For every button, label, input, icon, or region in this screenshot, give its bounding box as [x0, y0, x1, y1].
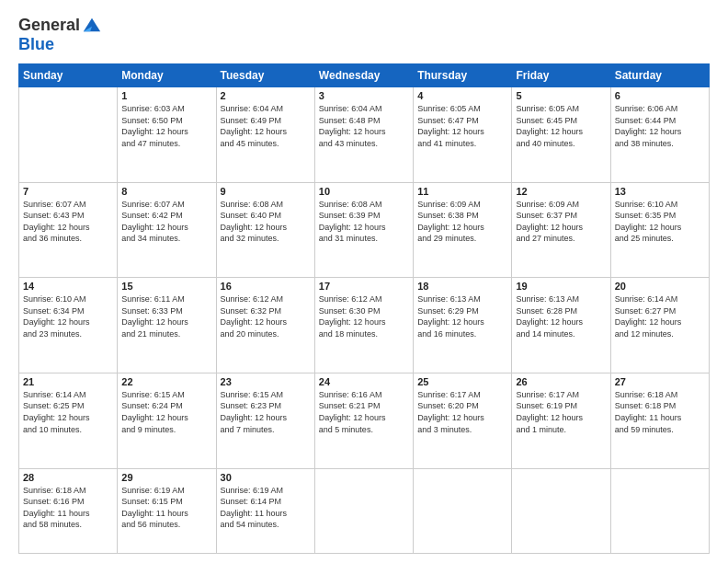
calendar-cell: 7Sunrise: 6:07 AM Sunset: 6:43 PM Daylig… — [19, 182, 118, 278]
calendar-cell: 19Sunrise: 6:13 AM Sunset: 6:28 PM Dayli… — [512, 278, 610, 373]
calendar-cell: 22Sunrise: 6:15 AM Sunset: 6:24 PM Dayli… — [118, 373, 216, 468]
day-number: 9 — [221, 186, 311, 197]
calendar-cell: 17Sunrise: 6:12 AM Sunset: 6:30 PM Dayli… — [314, 278, 413, 373]
day-number: 12 — [516, 186, 606, 197]
logo-general-text: General — [18, 16, 80, 35]
day-info: Sunrise: 6:17 AM Sunset: 6:20 PM Dayligh… — [417, 389, 507, 435]
calendar-cell: 12Sunrise: 6:09 AM Sunset: 6:37 PM Dayli… — [512, 182, 610, 278]
calendar-cell: 2Sunrise: 6:04 AM Sunset: 6:49 PM Daylig… — [216, 87, 314, 183]
day-info: Sunrise: 6:04 AM Sunset: 6:48 PM Dayligh… — [319, 103, 409, 149]
header: General Blue — [18, 15, 710, 54]
calendar-cell: 8Sunrise: 6:07 AM Sunset: 6:42 PM Daylig… — [118, 182, 216, 278]
logo-blue-text: Blue — [18, 35, 54, 53]
day-number: 11 — [417, 186, 507, 197]
day-info: Sunrise: 6:12 AM Sunset: 6:30 PM Dayligh… — [319, 293, 409, 339]
day-info: Sunrise: 6:07 AM Sunset: 6:42 PM Dayligh… — [121, 199, 211, 245]
day-number: 6 — [615, 90, 705, 101]
day-info: Sunrise: 6:05 AM Sunset: 6:45 PM Dayligh… — [516, 103, 606, 149]
day-info: Sunrise: 6:18 AM Sunset: 6:16 PM Dayligh… — [23, 485, 113, 531]
calendar-cell — [512, 468, 610, 554]
day-number: 23 — [221, 376, 311, 387]
calendar-cell: 18Sunrise: 6:13 AM Sunset: 6:29 PM Dayli… — [414, 278, 512, 373]
day-number: 24 — [319, 376, 409, 387]
calendar-header-friday: Friday — [512, 64, 610, 87]
day-number: 18 — [417, 281, 507, 292]
calendar-cell: 23Sunrise: 6:15 AM Sunset: 6:23 PM Dayli… — [216, 373, 314, 468]
day-info: Sunrise: 6:09 AM Sunset: 6:37 PM Dayligh… — [516, 199, 606, 245]
calendar-cell — [314, 468, 413, 554]
calendar-cell: 4Sunrise: 6:05 AM Sunset: 6:47 PM Daylig… — [414, 87, 512, 183]
calendar-cell: 10Sunrise: 6:08 AM Sunset: 6:39 PM Dayli… — [314, 182, 413, 278]
calendar-cell: 14Sunrise: 6:10 AM Sunset: 6:34 PM Dayli… — [19, 278, 118, 373]
day-info: Sunrise: 6:08 AM Sunset: 6:39 PM Dayligh… — [319, 199, 409, 245]
calendar-cell: 1Sunrise: 6:03 AM Sunset: 6:50 PM Daylig… — [118, 87, 216, 183]
calendar-cell: 27Sunrise: 6:18 AM Sunset: 6:18 PM Dayli… — [610, 373, 709, 468]
calendar-cell: 13Sunrise: 6:10 AM Sunset: 6:35 PM Dayli… — [610, 182, 709, 278]
calendar-week-4: 21Sunrise: 6:14 AM Sunset: 6:25 PM Dayli… — [19, 373, 710, 468]
day-info: Sunrise: 6:17 AM Sunset: 6:19 PM Dayligh… — [516, 389, 606, 435]
calendar-cell: 5Sunrise: 6:05 AM Sunset: 6:45 PM Daylig… — [512, 87, 610, 183]
day-info: Sunrise: 6:19 AM Sunset: 6:15 PM Dayligh… — [121, 485, 211, 531]
day-number: 19 — [516, 281, 606, 292]
calendar-cell: 6Sunrise: 6:06 AM Sunset: 6:44 PM Daylig… — [610, 87, 709, 183]
day-info: Sunrise: 6:15 AM Sunset: 6:23 PM Dayligh… — [221, 389, 311, 435]
calendar-cell: 3Sunrise: 6:04 AM Sunset: 6:48 PM Daylig… — [314, 87, 413, 183]
day-info: Sunrise: 6:18 AM Sunset: 6:18 PM Dayligh… — [615, 389, 705, 435]
calendar-cell: 24Sunrise: 6:16 AM Sunset: 6:21 PM Dayli… — [314, 373, 413, 468]
day-info: Sunrise: 6:03 AM Sunset: 6:50 PM Dayligh… — [121, 103, 211, 149]
svg-marker-0 — [84, 18, 100, 32]
calendar-week-2: 7Sunrise: 6:07 AM Sunset: 6:43 PM Daylig… — [19, 182, 710, 278]
day-number: 27 — [615, 376, 705, 387]
day-number: 25 — [417, 376, 507, 387]
day-number: 13 — [615, 186, 705, 197]
day-info: Sunrise: 6:15 AM Sunset: 6:24 PM Dayligh… — [121, 389, 211, 435]
day-number: 16 — [221, 281, 311, 292]
day-number: 22 — [121, 376, 211, 387]
calendar-cell — [610, 468, 709, 554]
calendar-cell: 16Sunrise: 6:12 AM Sunset: 6:32 PM Dayli… — [216, 278, 314, 373]
day-info: Sunrise: 6:05 AM Sunset: 6:47 PM Dayligh… — [417, 103, 507, 149]
day-number: 2 — [221, 90, 311, 101]
calendar-header-saturday: Saturday — [610, 64, 709, 87]
calendar-week-3: 14Sunrise: 6:10 AM Sunset: 6:34 PM Dayli… — [19, 278, 710, 373]
calendar-cell: 30Sunrise: 6:19 AM Sunset: 6:14 PM Dayli… — [216, 468, 314, 554]
calendar-cell: 26Sunrise: 6:17 AM Sunset: 6:19 PM Dayli… — [512, 373, 610, 468]
day-info: Sunrise: 6:06 AM Sunset: 6:44 PM Dayligh… — [615, 103, 705, 149]
calendar-header-row: SundayMondayTuesdayWednesdayThursdayFrid… — [19, 64, 710, 87]
calendar-cell: 21Sunrise: 6:14 AM Sunset: 6:25 PM Dayli… — [19, 373, 118, 468]
day-info: Sunrise: 6:12 AM Sunset: 6:32 PM Dayligh… — [221, 293, 311, 339]
calendar-cell: 20Sunrise: 6:14 AM Sunset: 6:27 PM Dayli… — [610, 278, 709, 373]
day-info: Sunrise: 6:16 AM Sunset: 6:21 PM Dayligh… — [319, 389, 409, 435]
day-info: Sunrise: 6:14 AM Sunset: 6:25 PM Dayligh… — [23, 389, 113, 435]
logo-icon — [82, 15, 102, 35]
day-info: Sunrise: 6:04 AM Sunset: 6:49 PM Dayligh… — [221, 103, 311, 149]
day-info: Sunrise: 6:09 AM Sunset: 6:38 PM Dayligh… — [417, 199, 507, 245]
day-info: Sunrise: 6:19 AM Sunset: 6:14 PM Dayligh… — [221, 485, 311, 531]
calendar-week-1: 1Sunrise: 6:03 AM Sunset: 6:50 PM Daylig… — [19, 87, 710, 183]
day-number: 5 — [516, 90, 606, 101]
calendar-cell — [414, 468, 512, 554]
day-number: 3 — [319, 90, 409, 101]
day-info: Sunrise: 6:14 AM Sunset: 6:27 PM Dayligh… — [615, 293, 705, 339]
day-info: Sunrise: 6:07 AM Sunset: 6:43 PM Dayligh… — [23, 199, 113, 245]
calendar-table: SundayMondayTuesdayWednesdayThursdayFrid… — [18, 63, 710, 554]
day-number: 1 — [121, 90, 211, 101]
day-number: 10 — [319, 186, 409, 197]
day-number: 20 — [615, 281, 705, 292]
day-number: 30 — [221, 472, 311, 483]
day-info: Sunrise: 6:10 AM Sunset: 6:35 PM Dayligh… — [615, 199, 705, 245]
day-number: 28 — [23, 472, 113, 483]
calendar-cell: 28Sunrise: 6:18 AM Sunset: 6:16 PM Dayli… — [19, 468, 118, 554]
day-info: Sunrise: 6:10 AM Sunset: 6:34 PM Dayligh… — [23, 293, 113, 339]
calendar-header-tuesday: Tuesday — [216, 64, 314, 87]
calendar-cell: 29Sunrise: 6:19 AM Sunset: 6:15 PM Dayli… — [118, 468, 216, 554]
day-number: 26 — [516, 376, 606, 387]
calendar-header-sunday: Sunday — [19, 64, 118, 87]
day-number: 17 — [319, 281, 409, 292]
calendar-cell: 11Sunrise: 6:09 AM Sunset: 6:38 PM Dayli… — [414, 182, 512, 278]
logo: General Blue — [18, 15, 102, 54]
day-info: Sunrise: 6:08 AM Sunset: 6:40 PM Dayligh… — [221, 199, 311, 245]
day-number: 4 — [417, 90, 507, 101]
calendar-cell — [19, 87, 118, 183]
calendar-cell: 9Sunrise: 6:08 AM Sunset: 6:40 PM Daylig… — [216, 182, 314, 278]
